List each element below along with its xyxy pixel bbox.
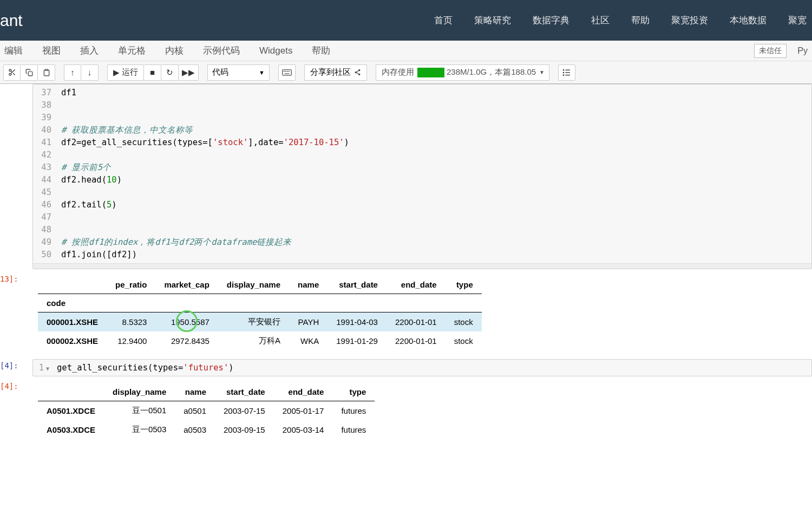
output-table-1: pe_ratio market_cap display_name name st… xyxy=(38,276,482,350)
in-prompt-4: [4]: xyxy=(0,359,5,376)
svg-point-1 xyxy=(9,73,11,75)
kernel-name: Py xyxy=(797,46,808,56)
nav-links: 首页 策略研究 数据字典 社区 帮助 聚宽投资 本地数据 聚宽 xyxy=(434,14,807,27)
nav-strategy[interactable]: 策略研究 xyxy=(474,14,511,27)
nav-help[interactable]: 帮助 xyxy=(631,14,650,27)
menu-view[interactable]: 视图 xyxy=(42,44,61,57)
out-prompt-13: 13]: xyxy=(0,272,5,356)
svg-point-13 xyxy=(358,69,360,71)
col-name: name xyxy=(175,383,215,401)
svg-line-3 xyxy=(13,73,15,75)
row-idx: A0501.XDCE xyxy=(38,401,104,421)
menu-widgets[interactable]: Widgets xyxy=(259,45,292,56)
table-row: A0501.XDCE 豆一0501 a0501 2003-07-15 2005-… xyxy=(38,401,375,421)
col-end_date: end_date xyxy=(387,276,446,294)
code-content[interactable]: df1 # 获取股票基本信息，中文名称等 df2=get_all_securit… xyxy=(57,84,353,263)
memory-indicator[interactable]: 内存使用 238M/1.0G，本篇188.05 ▼ xyxy=(376,64,549,81)
svg-line-16 xyxy=(357,73,359,74)
stop-button[interactable]: ■ xyxy=(144,64,161,81)
paste-icon xyxy=(43,69,50,76)
menu-cell[interactable]: 单元格 xyxy=(118,44,146,57)
restart-icon: ↻ xyxy=(166,68,173,77)
scissors-icon xyxy=(8,68,16,76)
mem-prefix: 内存使用 xyxy=(382,67,414,77)
nav-invest[interactable]: 聚宽投资 xyxy=(671,14,708,27)
table-row: 000002.XSHE 12.9400 2972.8435 万科A WKA 19… xyxy=(38,331,482,350)
keyboard-icon xyxy=(282,69,292,76)
col-start_date: start_date xyxy=(215,383,274,401)
list-button[interactable] xyxy=(558,64,575,81)
nav-community[interactable]: 社区 xyxy=(591,14,610,27)
copy-button[interactable] xyxy=(21,64,38,81)
nav-home[interactable]: 首页 xyxy=(434,14,453,27)
list-icon xyxy=(562,69,571,76)
cell-type-label: 代码 xyxy=(212,67,228,77)
col-name: name xyxy=(289,276,328,294)
row-idx: 000002.XSHE xyxy=(38,331,107,350)
move-up-button[interactable]: ↑ xyxy=(64,64,81,81)
svg-point-21 xyxy=(563,69,564,70)
col-display_name: display_name xyxy=(218,276,289,294)
share-label: 分享到社区 xyxy=(310,67,351,77)
restart-button[interactable]: ↻ xyxy=(161,64,179,81)
mem-text: 238M/1.0G，本篇188.05 xyxy=(447,67,536,77)
code-cell-4[interactable]: [4]: 1▼ get_all_securities(types='future… xyxy=(27,359,812,376)
cell-type-select[interactable]: 代码▼ xyxy=(207,64,270,81)
toolbar: ↑ ↓ ▶运行 ■ ↻ ▶▶ 代码▼ 分享到社区 内存使用 238M/1.0G，… xyxy=(0,61,812,84)
mem-bar xyxy=(417,68,444,77)
menu-example[interactable]: 示例代码 xyxy=(203,44,240,57)
in-prompt xyxy=(0,84,5,269)
run-label: 运行 xyxy=(122,67,138,77)
out-prompt-4: [4]: xyxy=(0,380,5,445)
move-down-button[interactable]: ↓ xyxy=(81,64,99,81)
cut-button[interactable] xyxy=(3,64,21,81)
menubar: 编辑 视图 插入 单元格 内核 示例代码 Widgets 帮助 未信任 Py xyxy=(0,41,812,61)
svg-line-17 xyxy=(357,71,359,72)
menu-edit[interactable]: 编辑 xyxy=(4,44,23,57)
svg-line-4 xyxy=(11,71,12,72)
svg-point-0 xyxy=(9,69,11,71)
svg-point-11 xyxy=(287,71,287,71)
nav-data-dict[interactable]: 数据字典 xyxy=(533,14,569,27)
output-table-2: display_name name start_date end_date ty… xyxy=(38,383,375,439)
run-icon: ▶ xyxy=(113,68,120,77)
nav-local[interactable]: 本地数据 xyxy=(730,14,767,27)
share-button[interactable]: 分享到社区 xyxy=(304,64,367,81)
line-gutter: 1▼ xyxy=(33,360,55,376)
stop-icon: ■ xyxy=(150,68,155,77)
svg-point-23 xyxy=(563,75,564,75)
fast-forward-icon: ▶▶ xyxy=(182,68,195,77)
scroll-hint xyxy=(33,263,811,269)
row-idx: A0503.XDCE xyxy=(38,420,104,439)
index-name: code xyxy=(38,294,107,312)
menu-help[interactable]: 帮助 xyxy=(312,44,330,57)
logo: ant xyxy=(0,11,23,30)
table-row: A0503.XDCE 豆一0503 a0503 2003-09-15 2005-… xyxy=(38,420,375,439)
nav-jq[interactable]: 聚宽 xyxy=(788,14,807,27)
chevron-down-icon: ▼ xyxy=(259,69,265,76)
top-nav: ant 首页 策略研究 数据字典 社区 帮助 聚宽投资 本地数据 聚宽 xyxy=(0,0,812,41)
code-cell[interactable]: 3738394041424344454647484950 df1 # 获取股票基… xyxy=(27,84,812,269)
col-display_name: display_name xyxy=(104,383,175,401)
svg-rect-6 xyxy=(45,69,48,70)
line-gutter: 3738394041424344454647484950 xyxy=(33,84,57,263)
menu-insert[interactable]: 插入 xyxy=(80,44,99,57)
code-content[interactable]: get_all_securities(types='futures') xyxy=(55,360,236,376)
caret-down-icon: ▼ xyxy=(539,69,545,75)
col-start_date: start_date xyxy=(328,276,387,294)
notebook: 3738394041424344454647484950 df1 # 获取股票基… xyxy=(0,84,812,445)
keyboard-button[interactable] xyxy=(278,64,296,81)
svg-rect-5 xyxy=(28,71,32,76)
fast-forward-button[interactable]: ▶▶ xyxy=(179,64,199,81)
paste-button[interactable] xyxy=(38,64,55,81)
run-button[interactable]: ▶运行 xyxy=(107,64,144,81)
trust-indicator[interactable]: 未信任 xyxy=(754,44,787,58)
row-idx: 000001.XSHE xyxy=(38,312,107,332)
menu-kernel[interactable]: 内核 xyxy=(165,44,184,57)
svg-point-12 xyxy=(289,71,289,71)
col-pe_ratio: pe_ratio xyxy=(107,276,155,294)
svg-point-10 xyxy=(285,71,286,71)
col-type: type xyxy=(332,383,375,401)
svg-point-9 xyxy=(284,71,284,71)
table-row: 000001.XSHE 8.5323 1950.5587 平安银行 PAYH 1… xyxy=(38,312,482,332)
